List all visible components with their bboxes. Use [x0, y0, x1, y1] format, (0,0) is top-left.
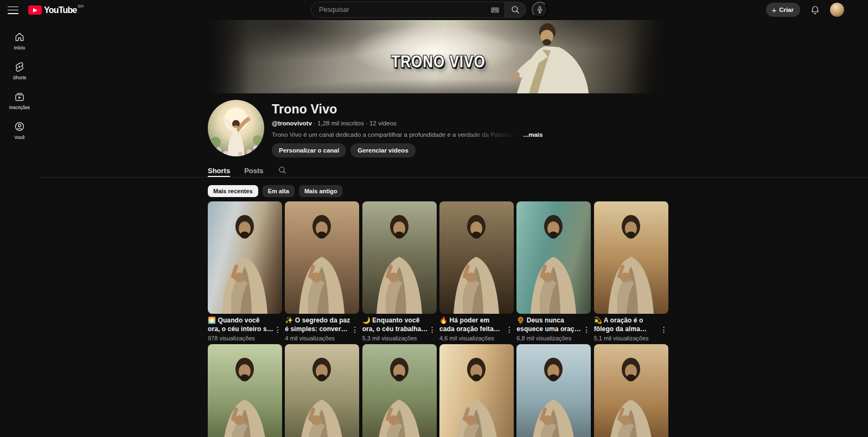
tab-shorts[interactable]: Shorts	[208, 164, 230, 177]
channel-stats: · 1,28 mil inscritos · 12 vídeos	[314, 120, 397, 126]
customize-channel-button[interactable]: Personalizar o canal	[272, 143, 346, 157]
youtube-play-icon	[28, 5, 42, 15]
country-code: BR	[78, 4, 84, 9]
chip-popular[interactable]: Em alta	[263, 185, 295, 197]
short-title[interactable]: 💫 A oração é o fôlego da alma cansada.	[594, 316, 660, 333]
short-thumbnail[interactable]	[516, 201, 591, 314]
short-title[interactable]: 🌻 Deus nunca esquece uma oração feita co…	[516, 316, 582, 333]
main-content: TRONO VIVO	[39, 20, 868, 437]
shorts-grid-row2	[208, 344, 668, 437]
search-button[interactable]	[505, 2, 526, 18]
channel-description[interactable]: Trono Vivo é um canal dedicado a compart…	[272, 131, 542, 138]
channel-tabs-bar: Shorts Posts	[39, 164, 868, 178]
channel-avatar[interactable]	[208, 100, 264, 156]
search-area	[311, 2, 548, 18]
short-thumbnail[interactable]	[208, 201, 282, 314]
sidebar-label: Você	[15, 135, 25, 140]
short-thumbnail[interactable]	[594, 344, 668, 437]
top-bar: YouTube BR	[0, 0, 868, 20]
topbar-actions: + Criar	[766, 2, 844, 18]
sidebar-item-you[interactable]: Você	[2, 117, 37, 145]
you-icon	[14, 121, 25, 132]
channel-header: Trono Vivo @tronovivotv · 1,28 mil inscr…	[208, 100, 668, 157]
more-options-icon[interactable]: ⋮	[350, 316, 359, 341]
channel-banner: TRONO VIVO	[208, 20, 668, 93]
short-title[interactable]: 🌅 Quando você ora, o céu inteiro se ...	[208, 316, 273, 333]
short-card: 🌅 Quando você ora, o céu inteiro se ... …	[208, 201, 282, 341]
sidebar-item-home[interactable]: Início	[2, 27, 37, 55]
short-thumbnail[interactable]	[208, 344, 282, 437]
channel-meta: @tronovivotv · 1,28 mil inscritos · 12 v…	[272, 120, 542, 126]
sidebar-item-subscriptions[interactable]: Inscrições	[2, 87, 37, 115]
search-icon	[510, 5, 520, 15]
short-card: 🌙 Enquanto você ora, o céu trabalha em .…	[362, 201, 437, 341]
mini-guide: Início Shorts Inscrições Você	[0, 20, 39, 147]
notifications-icon[interactable]	[810, 5, 820, 15]
short-views: 4 mil visualizações	[285, 335, 350, 341]
sidebar-label: Início	[14, 45, 25, 50]
youtube-logo[interactable]: YouTube BR	[28, 5, 84, 15]
manage-videos-button[interactable]: Gerenciar vídeos	[350, 143, 415, 157]
short-views: 5,3 mil visualizações	[362, 335, 428, 341]
shorts-icon	[14, 61, 25, 72]
short-views: 4,6 mil visualizações	[439, 335, 505, 341]
short-thumbnail[interactable]	[362, 344, 437, 437]
chip-oldest[interactable]: Mais antigo	[299, 185, 343, 197]
short-card	[208, 344, 282, 437]
short-card: 🌻 Deus nunca esquece uma oração feita co…	[516, 201, 591, 341]
channel-handle: @tronovivotv	[272, 120, 312, 126]
shorts-grid: 🌅 Quando você ora, o céu inteiro se ... …	[208, 201, 668, 341]
mic-button[interactable]	[532, 2, 548, 18]
short-thumbnail[interactable]	[439, 344, 514, 437]
short-thumbnail[interactable]	[285, 344, 359, 437]
plus-icon: +	[771, 6, 776, 14]
short-thumbnail[interactable]	[516, 344, 591, 437]
channel-search-icon[interactable]	[278, 166, 287, 175]
youtube-wordmark: YouTube	[44, 5, 76, 15]
short-card	[594, 344, 668, 437]
sidebar-label: Inscrições	[9, 105, 30, 110]
short-card	[362, 344, 437, 437]
short-card: 🔥 Há poder em cada oração feita com o ..…	[439, 201, 514, 341]
keyboard-icon[interactable]	[491, 7, 499, 13]
short-card: 💫 A oração é o fôlego da alma cansada. 5…	[594, 201, 668, 341]
short-title[interactable]: 🔥 Há poder em cada oração feita com o ..…	[439, 316, 505, 333]
more-options-icon[interactable]: ⋮	[660, 316, 668, 341]
mic-icon	[535, 5, 544, 14]
short-card: ✨ O segredo da paz é simples: converse c…	[285, 201, 359, 341]
filter-chips: Mais recentes Em alta Mais antigo	[208, 185, 668, 197]
channel-name: Trono Vivo	[272, 102, 542, 117]
short-views: 5,1 mil visualizações	[594, 335, 660, 341]
description-text: Trono Vivo é um canal dedicado a compart…	[272, 131, 520, 138]
banner-title: TRONO VIVO	[391, 52, 486, 72]
chip-latest[interactable]: Mais recentes	[208, 185, 258, 197]
search-box[interactable]	[311, 2, 505, 18]
short-thumbnail[interactable]	[439, 201, 514, 314]
menu-icon[interactable]	[8, 7, 18, 14]
create-label: Criar	[779, 7, 794, 13]
more-link[interactable]: ...mais	[524, 131, 543, 138]
short-card	[516, 344, 591, 437]
subscriptions-icon	[14, 91, 25, 102]
channel-actions: Personalizar o canal Gerenciar vídeos	[272, 143, 542, 157]
sidebar-item-shorts[interactable]: Shorts	[2, 57, 37, 85]
short-title[interactable]: ✨ O segredo da paz é simples: converse c…	[285, 316, 350, 333]
short-card	[285, 344, 359, 437]
search-input[interactable]	[319, 6, 491, 14]
more-options-icon[interactable]: ⋮	[273, 316, 282, 341]
home-icon	[14, 31, 25, 42]
sidebar-label: Shorts	[13, 75, 27, 80]
short-thumbnail[interactable]	[594, 201, 668, 314]
short-thumbnail[interactable]	[285, 201, 359, 314]
short-title[interactable]: 🌙 Enquanto você ora, o céu trabalha em .…	[362, 316, 428, 333]
short-views: 978 visualizações	[208, 335, 273, 341]
short-views: 6,8 mil visualizações	[516, 335, 582, 341]
more-options-icon[interactable]: ⋮	[505, 316, 514, 341]
create-button[interactable]: + Criar	[766, 3, 800, 17]
short-card	[439, 344, 514, 437]
short-thumbnail[interactable]	[362, 201, 437, 314]
more-options-icon[interactable]: ⋮	[582, 316, 591, 341]
more-options-icon[interactable]: ⋮	[428, 316, 437, 341]
tab-posts[interactable]: Posts	[244, 164, 263, 177]
user-avatar[interactable]	[830, 3, 844, 17]
